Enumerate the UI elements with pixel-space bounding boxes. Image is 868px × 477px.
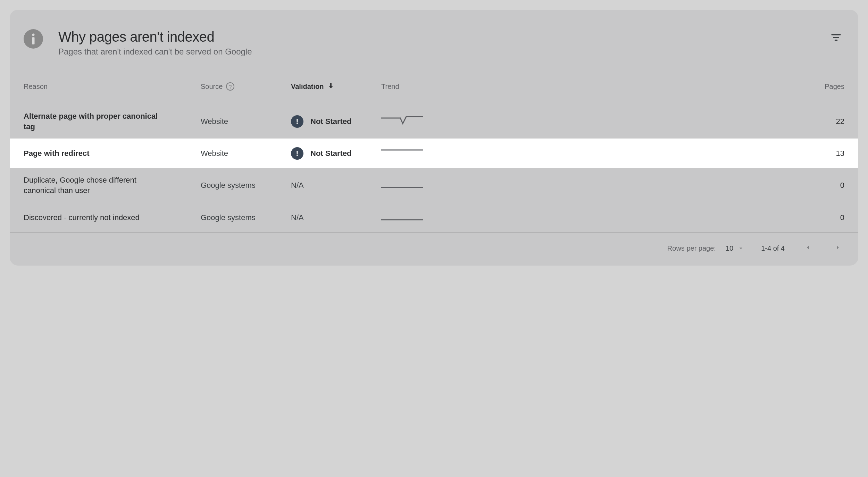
col-validation[interactable]: Validation (291, 82, 381, 91)
validation-cell: !Not Started (291, 147, 381, 160)
validation-cell: N/A (291, 213, 381, 222)
prev-page-button[interactable] (801, 241, 815, 256)
table-row[interactable]: Discovered - currently not indexedGoogle… (10, 203, 858, 232)
next-page-button[interactable] (831, 241, 844, 256)
card-title: Why pages aren't indexed (58, 29, 828, 45)
pagination-range: 1-4 of 4 (761, 244, 785, 252)
table-footer: Rows per page: 10 1-4 of 4 (10, 232, 858, 266)
trend-sparkline (381, 147, 423, 160)
col-pages[interactable]: Pages (451, 83, 844, 91)
table-row[interactable]: Page with redirectWebsite!Not Started13 (10, 139, 858, 168)
rows-per-page: Rows per page: 10 (667, 244, 744, 252)
table-row[interactable]: Alternate page with proper canonical tag… (10, 104, 858, 139)
help-icon[interactable]: ? (226, 82, 234, 91)
svg-rect-1 (32, 37, 34, 44)
table-row[interactable]: Duplicate, Google chose different canoni… (10, 168, 858, 202)
validation-label: N/A (291, 181, 304, 190)
col-pages-label: Pages (825, 83, 844, 91)
source-cell: Website (201, 149, 291, 158)
pages-cell: 0 (451, 213, 844, 222)
info-icon (24, 29, 43, 49)
validation-cell: !Not Started (291, 115, 381, 128)
warning-icon: ! (291, 115, 303, 128)
col-trend[interactable]: Trend (381, 83, 451, 91)
validation-label: Not Started (310, 117, 352, 126)
rows-per-page-select[interactable]: 10 (726, 244, 744, 252)
reason-cell: Page with redirect (24, 148, 162, 159)
pages-cell: 22 (451, 117, 844, 126)
table-header-row: Reason Source ? Validation Trend Pages (10, 69, 858, 104)
pages-cell: 13 (451, 149, 844, 158)
source-cell: Google systems (201, 181, 291, 190)
pages-cell: 0 (451, 181, 844, 190)
indexing-reasons-card: Why pages aren't indexed Pages that aren… (10, 10, 858, 266)
header-text: Why pages aren't indexed Pages that aren… (58, 29, 828, 57)
reason-cell: Alternate page with proper canonical tag (24, 111, 162, 132)
filter-icon[interactable] (828, 29, 844, 47)
trend-sparkline (381, 211, 423, 224)
card-header: Why pages aren't indexed Pages that aren… (10, 10, 858, 69)
sort-descending-icon (327, 82, 335, 91)
rows-per-page-value: 10 (726, 244, 733, 252)
validation-cell: N/A (291, 181, 381, 190)
col-reason-label: Reason (24, 83, 48, 91)
col-validation-label: Validation (291, 83, 324, 91)
source-cell: Website (201, 117, 291, 126)
warning-icon: ! (291, 147, 303, 160)
svg-point-0 (32, 33, 34, 36)
chevron-down-icon (737, 245, 744, 252)
rows-per-page-label: Rows per page: (667, 244, 716, 252)
col-source-label: Source (201, 83, 223, 91)
trend-sparkline (381, 179, 423, 192)
trend-sparkline (381, 115, 423, 128)
reason-cell: Discovered - currently not indexed (24, 212, 162, 223)
source-cell: Google systems (201, 213, 291, 222)
col-trend-label: Trend (381, 83, 399, 91)
col-reason[interactable]: Reason (24, 83, 201, 91)
card-subtitle: Pages that aren't indexed can't be serve… (58, 47, 828, 57)
validation-label: Not Started (310, 149, 352, 158)
col-source[interactable]: Source ? (201, 82, 291, 91)
reason-cell: Duplicate, Google chose different canoni… (24, 175, 162, 195)
validation-label: N/A (291, 213, 304, 222)
